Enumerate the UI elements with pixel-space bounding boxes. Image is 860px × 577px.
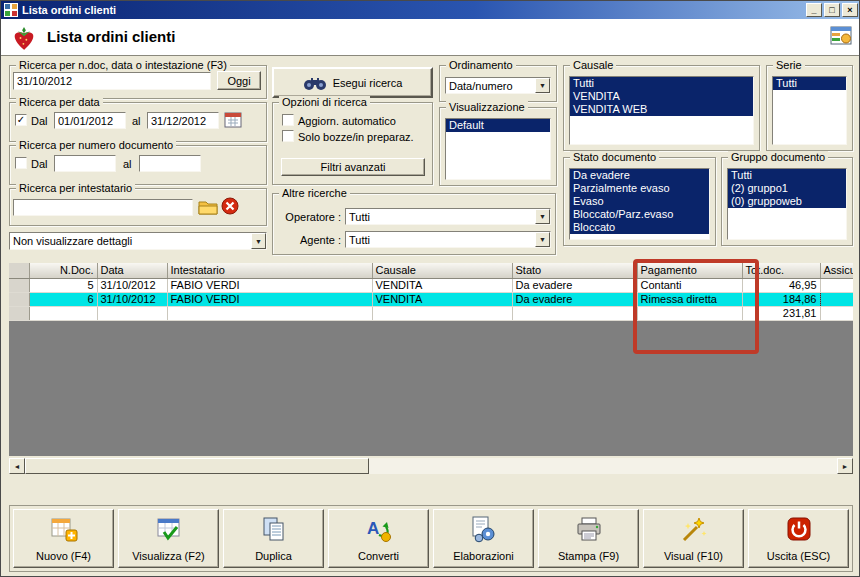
date-from-input[interactable] (54, 112, 126, 129)
list-item[interactable]: Bloccato/Parz.evaso (570, 208, 709, 221)
list-item[interactable]: Evaso (570, 195, 709, 208)
operatore-select[interactable]: Tutti ▼ (345, 208, 551, 225)
numdoc-to-input[interactable] (139, 155, 201, 172)
scrollbar-thumb[interactable] (25, 458, 369, 474)
scroll-right-icon[interactable]: ► (837, 458, 853, 474)
gruppo-listbox[interactable]: Tutti (2) gruppo1 (0) gruppoweb (727, 168, 847, 240)
numdoc-group: Ricerca per numero documento (9, 145, 267, 185)
col-ndoc[interactable]: N.Doc. (29, 263, 97, 278)
aggiorn-checkbox[interactable] (282, 114, 294, 126)
visual-button[interactable]: Visual (F10) (643, 509, 744, 568)
list-item[interactable]: Tutti (728, 169, 846, 182)
duplica-button[interactable]: Duplica (223, 509, 324, 568)
nuovo-button[interactable]: Nuovo (F4) (13, 509, 114, 568)
row-selector-header[interactable] (9, 263, 29, 278)
stato-listbox[interactable]: Da evadere Parzialmente evaso Evaso Bloc… (569, 168, 710, 240)
date-to-input[interactable] (147, 112, 219, 129)
cell-totdoc[interactable]: 184,86 (742, 292, 820, 306)
list-item[interactable]: Tutti (773, 77, 846, 90)
agente-select[interactable]: Tutti ▼ (345, 231, 551, 248)
uscita-label: Uscita (ESC) (767, 550, 831, 562)
chevron-down-icon[interactable]: ▼ (535, 209, 550, 224)
numdoc-dal-checkbox[interactable] (15, 157, 27, 169)
intestatario-input[interactable] (13, 199, 193, 216)
cell-assicura[interactable] (820, 292, 853, 306)
oggi-button[interactable]: Oggi (217, 71, 261, 90)
folder-icon[interactable] (198, 198, 218, 216)
col-totdoc[interactable]: Tot.doc. (742, 263, 820, 278)
filtri-avanzati-button[interactable]: Filtri avanzati (281, 158, 425, 176)
calendar-icon[interactable] (224, 111, 242, 129)
minimize-button[interactable]: _ (806, 3, 822, 17)
nuovo-label: Nuovo (F4) (36, 550, 91, 562)
cell-data[interactable]: 31/10/2012 (97, 292, 167, 306)
row-selector[interactable] (9, 292, 29, 306)
row-selector[interactable] (9, 278, 29, 292)
list-item[interactable]: Bloccato (570, 221, 709, 234)
chevron-down-icon[interactable]: ▼ (251, 233, 266, 249)
cell-stato[interactable]: Da evadere (512, 278, 637, 292)
cell-totdoc[interactable]: 46,95 (742, 278, 820, 292)
elaborazioni-button[interactable]: Elaborazioni (433, 509, 534, 568)
list-item[interactable]: Parzialmente evaso (570, 182, 709, 195)
visualizzazione-listbox[interactable]: Default (445, 118, 551, 180)
numdoc-from-input[interactable] (54, 155, 116, 172)
cell-pagamento[interactable]: Rimessa diretta (637, 292, 742, 306)
list-item[interactable]: (0) gruppoweb (728, 195, 846, 208)
cell-stato[interactable]: Da evadere (512, 292, 637, 306)
col-causale[interactable]: Causale (372, 263, 512, 278)
visualizza-button[interactable]: Visualizza (F2) (118, 509, 219, 568)
uscita-button[interactable]: Uscita (ESC) (748, 509, 849, 568)
cell-causale[interactable]: VENDITA (372, 278, 512, 292)
chevron-down-icon[interactable]: ▼ (535, 78, 550, 93)
scroll-left-icon[interactable]: ◄ (9, 458, 25, 474)
esegui-ricerca-button[interactable]: Esegui ricerca (272, 67, 433, 98)
cell-pagamento[interactable]: Contanti (637, 278, 742, 292)
cell-ndoc[interactable]: 5 (29, 278, 97, 292)
col-intestatario[interactable]: Intestatario (167, 263, 372, 278)
list-item[interactable]: Default (446, 119, 550, 132)
dettagli-value: Non visualizzare dettagli (10, 235, 251, 247)
list-item[interactable]: VENDITA WEB (570, 103, 753, 116)
col-stato[interactable]: Stato (512, 263, 637, 278)
date-dal-checkbox[interactable]: ✓ (15, 114, 27, 126)
col-pagamento[interactable]: Pagamento (637, 263, 742, 278)
titlebar[interactable]: Lista ordini clienti _ □ × (1, 1, 860, 19)
horizontal-scrollbar[interactable]: ◄ ► (9, 458, 853, 474)
table-row-selected[interactable]: 6 31/10/2012 FABIO VERDI VENDITA Da evad… (9, 292, 853, 306)
search-input[interactable] (13, 72, 211, 90)
list-item[interactable]: Tutti (570, 77, 753, 90)
cell-causale[interactable]: VENDITA (372, 292, 512, 306)
cell-ndoc[interactable]: 6 (29, 292, 97, 306)
elaborazioni-icon (470, 515, 498, 543)
list-item[interactable]: (2) gruppo1 (728, 182, 846, 195)
dettagli-select[interactable]: Non visualizzare dettagli ▼ (9, 232, 267, 250)
agente-value: Tutti (346, 234, 535, 246)
chevron-down-icon[interactable]: ▼ (535, 232, 550, 247)
clear-icon[interactable] (221, 197, 239, 215)
page-title: Lista ordini clienti (47, 28, 175, 45)
table-row[interactable]: 5 31/10/2012 FABIO VERDI VENDITA Da evad… (9, 278, 853, 292)
cell-intestatario[interactable]: FABIO VERDI (167, 278, 372, 292)
col-data[interactable]: Data (97, 263, 167, 278)
maximize-button[interactable]: □ (824, 3, 840, 17)
cell-data[interactable]: 31/10/2012 (97, 278, 167, 292)
cell-assicura[interactable] (820, 278, 853, 292)
list-item[interactable]: VENDITA (570, 90, 753, 103)
close-button[interactable]: × (842, 3, 858, 17)
ordinamento-select[interactable]: Data/numero ▼ (445, 77, 551, 94)
bozze-checkbox[interactable] (282, 130, 294, 142)
converti-button[interactable]: A Converti (328, 509, 429, 568)
causale-listbox[interactable]: Tutti VENDITA VENDITA WEB (569, 76, 754, 145)
table-header-row: N.Doc. Data Intestatario Causale Stato P… (9, 263, 853, 278)
list-item[interactable]: Da evadere (570, 169, 709, 182)
report-icon[interactable] (829, 24, 853, 48)
col-assicura[interactable]: Assicura (820, 263, 853, 278)
cell-intestatario[interactable]: FABIO VERDI (167, 292, 372, 306)
serie-listbox[interactable]: Tutti (772, 76, 847, 145)
stampa-button[interactable]: Stampa (F9) (538, 509, 639, 568)
svg-text:A: A (367, 519, 379, 538)
altre-ricerche-label: Altre ricerche (279, 187, 350, 199)
stampa-label: Stampa (F9) (558, 550, 619, 562)
esegui-ricerca-label: Esegui ricerca (333, 77, 403, 89)
